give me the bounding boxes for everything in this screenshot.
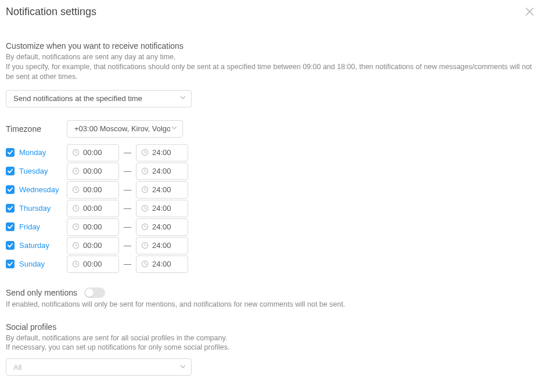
start-time-value: 00:00	[83, 167, 102, 175]
time-range-separator: —	[124, 185, 131, 194]
end-time-input[interactable]: 24:00	[136, 163, 188, 180]
end-time-value: 24:00	[152, 204, 171, 213]
clock-icon	[72, 149, 80, 156]
day-label: Friday	[19, 222, 67, 231]
day-row: Wednesday00:00—24:00	[6, 181, 537, 199]
day-row: Saturday00:00—24:00	[6, 236, 537, 255]
end-time-input[interactable]: 24:00	[136, 200, 188, 217]
profiles-select[interactable]: All	[6, 358, 192, 376]
end-time-input[interactable]: 24:00	[136, 144, 188, 161]
mentions-toggle[interactable]	[84, 287, 105, 298]
start-time-input[interactable]: 00:00	[67, 181, 119, 199]
day-label: Thursday	[19, 204, 67, 213]
time-range-separator: —	[124, 204, 131, 213]
day-checkbox[interactable]	[6, 241, 15, 250]
profiles-desc-1: By default, notifications are sent for a…	[6, 333, 537, 343]
clock-icon	[72, 204, 80, 212]
clock-icon	[141, 223, 149, 231]
clock-icon	[141, 242, 149, 249]
time-range-separator: —	[124, 222, 131, 231]
day-checkbox[interactable]	[6, 167, 15, 175]
notification-mode-select[interactable]: Send notifications at the specified time	[6, 90, 192, 107]
start-time-input[interactable]: 00:00	[67, 218, 119, 236]
day-row: Friday00:00—24:00	[6, 218, 537, 236]
mentions-label: Send only mentions	[6, 288, 77, 297]
start-time-input[interactable]: 00:00	[67, 163, 119, 180]
customize-heading: Customize when you want to receive notif…	[6, 41, 537, 51]
end-time-input[interactable]: 24:00	[136, 256, 188, 273]
start-time-input[interactable]: 00:00	[67, 200, 119, 217]
day-checkbox[interactable]	[6, 185, 15, 194]
profiles-value: All	[13, 363, 21, 372]
day-label: Monday	[19, 148, 67, 157]
timezone-value: +03:00 Moscow, Kirov, Volgogr	[74, 124, 170, 133]
profiles-heading: Social profiles	[6, 322, 537, 332]
day-label: Wednesday	[19, 185, 67, 194]
end-time-value: 24:00	[152, 185, 171, 194]
day-row: Thursday00:00—24:00	[6, 199, 537, 218]
day-checkbox[interactable]	[6, 260, 15, 268]
end-time-value: 24:00	[152, 222, 171, 231]
end-time-value: 24:00	[152, 241, 171, 250]
clock-icon	[141, 167, 149, 175]
clock-icon	[72, 223, 80, 231]
clock-icon	[141, 204, 149, 212]
time-range-separator: —	[124, 260, 131, 268]
time-range-separator: —	[124, 167, 131, 175]
clock-icon	[72, 186, 80, 193]
day-row: Tuesday00:00—24:00	[6, 162, 537, 181]
end-time-value: 24:00	[152, 167, 171, 175]
chevron-down-icon	[179, 94, 186, 103]
day-checkbox[interactable]	[6, 148, 15, 157]
clock-icon	[141, 260, 149, 268]
customize-desc-2: If you specify, for example, that notifi…	[6, 62, 537, 82]
day-label: Saturday	[19, 241, 67, 250]
clock-icon	[141, 186, 149, 193]
start-time-value: 00:00	[83, 148, 102, 157]
dialog-title: Notification settings	[6, 6, 96, 18]
start-time-value: 00:00	[83, 260, 102, 268]
clock-icon	[72, 242, 80, 249]
start-time-input[interactable]: 00:00	[67, 144, 119, 161]
notification-mode-value: Send notifications at the specified time	[13, 94, 142, 103]
day-row: Sunday00:00—24:00	[6, 255, 537, 274]
end-time-input[interactable]: 24:00	[136, 181, 188, 199]
time-range-separator: —	[124, 241, 131, 250]
time-range-separator: —	[124, 148, 131, 157]
clock-icon	[72, 260, 80, 268]
start-time-value: 00:00	[83, 204, 102, 213]
clock-icon	[72, 167, 80, 175]
end-time-input[interactable]: 24:00	[136, 237, 188, 254]
day-checkbox[interactable]	[6, 222, 15, 231]
start-time-input[interactable]: 00:00	[67, 256, 119, 273]
end-time-value: 24:00	[152, 148, 171, 157]
start-time-value: 00:00	[83, 222, 102, 231]
toggle-knob	[85, 289, 94, 297]
end-time-input[interactable]: 24:00	[136, 218, 188, 236]
close-icon[interactable]	[522, 6, 537, 19]
day-row: Monday00:00—24:00	[6, 143, 537, 162]
day-label: Sunday	[19, 260, 67, 268]
end-time-value: 24:00	[152, 260, 171, 268]
clock-icon	[141, 149, 149, 156]
mentions-hint: If enabled, notifications will only be s…	[6, 300, 537, 310]
start-time-value: 00:00	[83, 241, 102, 250]
timezone-select[interactable]: +03:00 Moscow, Kirov, Volgogr	[67, 120, 183, 138]
customize-desc-1: By default, notifications are sent any d…	[6, 52, 537, 62]
day-label: Tuesday	[19, 167, 67, 175]
profiles-desc-2: If necessary, you can set up notificatio…	[6, 343, 537, 353]
day-checkbox[interactable]	[6, 204, 15, 213]
start-time-value: 00:00	[83, 185, 102, 194]
chevron-down-icon	[171, 124, 178, 133]
chevron-down-icon	[179, 363, 186, 372]
start-time-input[interactable]: 00:00	[67, 237, 119, 254]
timezone-label: Timezone	[6, 124, 67, 134]
